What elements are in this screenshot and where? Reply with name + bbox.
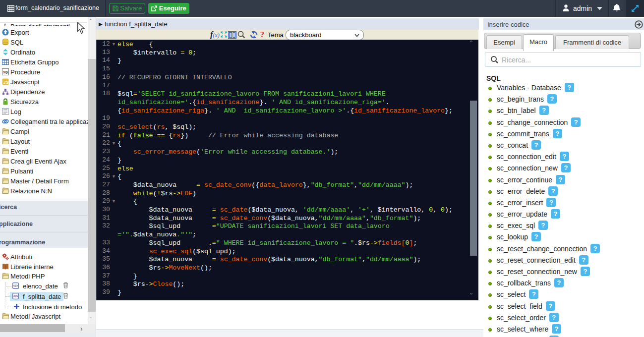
svg-text:</>: </> [13, 284, 18, 287]
svg-text:SQL: SQL [3, 70, 9, 73]
svg-text:JS: JS [3, 79, 8, 84]
svg-text:</>: </> [13, 294, 18, 298]
